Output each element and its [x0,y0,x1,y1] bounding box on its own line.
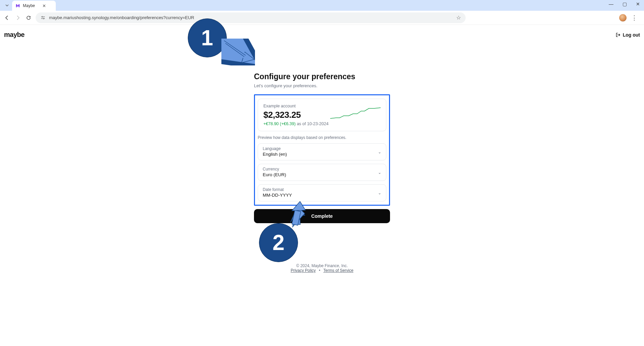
reload-icon [26,15,31,20]
date-format-value: MM-DD-YYYY [263,193,381,198]
svg-marker-9 [242,52,254,63]
address-bar[interactable]: maybe.mariushosting.synology.me/onboardi… [36,12,466,23]
address-bar-url: maybe.mariushosting.synology.me/onboardi… [49,15,453,20]
preferences-container: Configure your preferences Let's configu… [254,72,390,223]
preview-delta: +€78.90 (+€6.39) as of 10-23-2024 [263,121,381,126]
svg-point-4 [42,16,43,17]
profile-avatar[interactable] [619,14,627,21]
footer-privacy-link[interactable]: Privacy Policy [291,268,316,273]
site-settings-icon[interactable] [40,15,46,20]
callout-circle: 2 [259,223,298,262]
complete-button[interactable]: Complete [254,209,390,223]
arrow-left-icon [4,15,10,20]
chevron-down-icon [5,3,9,7]
window-controls: — ▢ ✕ [607,1,642,7]
tab-close-icon[interactable]: ✕ [42,3,46,8]
browser-toolbar: maybe.mariushosting.synology.me/onboardi… [0,11,644,25]
chevron-down-icon: ⌄ [378,150,381,154]
date-format-select[interactable]: Date format MM-DD-YYYY ⌄ [258,184,386,201]
preview-card: Example account $2,323.25 +€78.90 (+€6.3… [258,99,386,131]
currency-value: Euro (EUR) [263,172,381,177]
logout-button[interactable]: Log out [615,32,640,38]
tab-favicon [15,3,20,8]
app-header: maybe Log out [0,25,644,39]
logout-icon [615,32,621,38]
window-maximize-button[interactable]: ▢ [620,1,629,7]
browser-tab-strip: Maybe ✕ — ▢ ✕ [0,0,644,11]
language-label: Language [263,146,381,151]
preview-delta-asof: as of 10-23-2024 [297,121,329,126]
nav-reload-button[interactable] [25,14,32,21]
svg-line-10 [225,42,245,56]
svg-line-8 [225,42,247,57]
preview-sparkline-chart [330,106,381,120]
chevron-down-icon: ⌄ [378,170,381,175]
annotation-callout-2: 2 [259,216,298,262]
preview-delta-gain: +€78.90 (+€6.39) [263,121,296,126]
main-content: 1 Configure your preferences Let's confi… [0,39,644,273]
window-minimize-button[interactable]: — [607,1,615,7]
bookmark-star-icon[interactable]: ☆ [456,14,461,21]
browser-menu-button[interactable]: ⋮ [631,14,637,21]
currency-label: Currency [263,167,381,171]
footer-terms-link[interactable]: Terms of Service [324,268,353,273]
window-close-button[interactable]: ✕ [634,1,642,7]
page-subtitle: Let's configure your preferences. [254,83,390,88]
preview-note: Preview how data displays based on prefe… [258,135,386,140]
highlighted-form-area: Example account $2,323.25 +€78.90 (+€6.3… [254,94,390,206]
date-format-label: Date format [263,187,381,192]
logout-label: Log out [623,32,640,38]
svg-point-5 [43,18,44,19]
app-logo: maybe [4,31,25,39]
language-select[interactable]: Language English (en) ⌄ [258,143,386,160]
arrow-right-icon [15,15,20,20]
currency-select[interactable]: Currency Euro (EUR) ⌄ [258,164,386,181]
svg-rect-1 [43,16,45,17]
svg-line-11 [224,41,246,55]
arrow-icon [221,39,255,65]
nav-forward-button[interactable] [14,14,22,21]
svg-line-7 [225,42,247,57]
nav-back-button[interactable] [3,14,11,21]
page-title: Configure your preferences [254,72,390,81]
footer-separator: • [319,268,320,273]
footer: © 2024, Maybe Finance, Inc. Privacy Poli… [291,263,353,273]
chevron-down-icon: ⌄ [378,191,381,195]
svg-rect-2 [41,18,43,18]
tab-search-button[interactable] [3,1,11,10]
tab-title: Maybe [23,3,35,8]
footer-copyright: © 2024, Maybe Finance, Inc. [291,263,353,268]
callout-number: 2 [272,230,285,255]
svg-line-12 [225,43,244,57]
language-value: English (en) [263,152,381,157]
browser-tab[interactable]: Maybe ✕ [12,1,56,11]
